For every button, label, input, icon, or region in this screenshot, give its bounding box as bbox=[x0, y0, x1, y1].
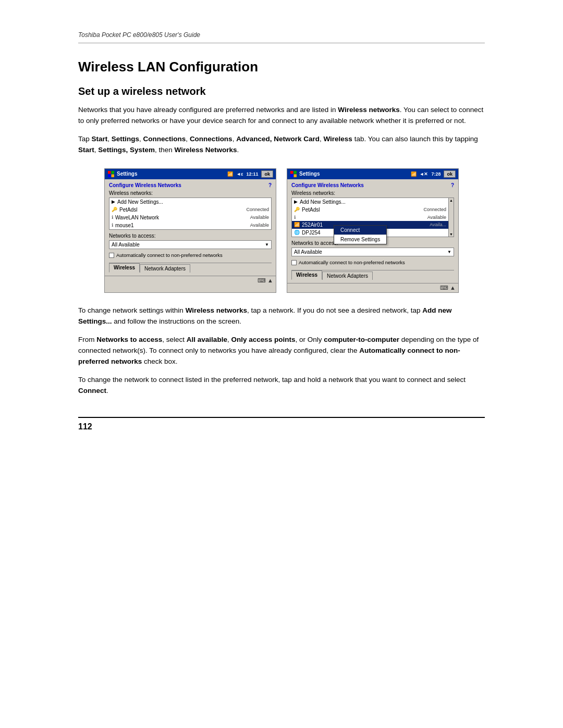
ss-right-scroll-down-icon: ▼ bbox=[449, 232, 453, 236]
ss-left-net-name-2: WaveLAN Network bbox=[115, 215, 248, 220]
ss-right-checkbox[interactable] bbox=[291, 260, 297, 265]
ss-left-add-icon: ▶ bbox=[112, 199, 115, 204]
ss-right-net-status-1: Connected bbox=[423, 207, 446, 212]
ss-right-listbox: ▲ ▼ ▶ Add New Settings... 🔑 PetAdsl bbox=[291, 198, 454, 237]
svg-rect-0 bbox=[108, 171, 111, 174]
svg-rect-7 bbox=[294, 174, 297, 177]
ss-left-tab-wireless[interactable]: Wireless bbox=[109, 263, 140, 273]
ss-right-info-icon-2: ℹ bbox=[294, 215, 296, 220]
ss-left-heading-text: Configure Wireless Networks bbox=[109, 182, 181, 188]
ss-left-titlebar-right: 📶 ◄ε 12:11 ok bbox=[227, 170, 273, 178]
ss-left-checkbox-row: Automatically connect to non-preferred n… bbox=[109, 252, 272, 258]
ss-left-listbox: ▶ Add New Settings... 🔑 PetAdsl Connecte… bbox=[109, 198, 272, 230]
ss-left-checkbox[interactable] bbox=[109, 253, 114, 258]
screenshot-right: Settings 📶 ◄✕ 7:28 ok Configure Wireless… bbox=[287, 168, 459, 293]
ss-right-tab-network-adapters[interactable]: Network Adapters bbox=[322, 272, 373, 280]
ss-right-checkbox-label: Automatically connect to non-preferred n… bbox=[299, 260, 405, 266]
ss-left-bottom-bar: ⌨ ▲ bbox=[105, 276, 276, 285]
header-text: Toshiba Pocket PC e800/e805 User's Guide bbox=[78, 31, 200, 39]
ss-left-signal-icon: 📶 bbox=[227, 171, 233, 177]
ss-left-list-item-2[interactable]: ℹ WaveLAN Network Available bbox=[109, 214, 271, 221]
ss-right-app-name: Settings bbox=[299, 171, 320, 177]
ss-left-app-name: Settings bbox=[117, 171, 137, 177]
ss-left-heading: Configure Wireless Networks ? bbox=[109, 182, 272, 188]
ss-right-time: 7:28 bbox=[431, 171, 440, 177]
svg-rect-5 bbox=[294, 171, 297, 174]
ss-right-help-icon[interactable]: ? bbox=[451, 182, 454, 188]
ss-right-scroll-up-icon: ▲ bbox=[449, 199, 453, 202]
paragraph-4: From Networks to access, select All avai… bbox=[78, 335, 485, 367]
ss-right-wireless-label: Wireless networks: bbox=[291, 190, 454, 196]
ss-left-tab-network-adapters[interactable]: Network Adapters bbox=[140, 264, 190, 273]
ss-left-list-item-1[interactable]: 🔑 PetAdsl Connected bbox=[109, 206, 271, 214]
ss-right-dropdown[interactable]: All Available ▼ bbox=[291, 248, 454, 256]
svg-rect-1 bbox=[112, 171, 115, 174]
ss-left-net-status-3: Available bbox=[250, 223, 269, 228]
paragraph-5: To change the network to connect listed … bbox=[78, 375, 485, 397]
ss-right-ok-button[interactable]: ok bbox=[444, 170, 456, 178]
ss-right-signal-icon: 📶 bbox=[411, 171, 417, 177]
chapter-title: Wireless LAN Configuration bbox=[78, 59, 485, 75]
ss-right-checkbox-row: Automatically connect to non-preferred n… bbox=[291, 260, 454, 266]
windows-logo-icon bbox=[107, 170, 115, 178]
ss-right-keyboard-icon[interactable]: ⌨ ▲ bbox=[440, 285, 456, 291]
ss-right-globe-icon-4: 🌐 bbox=[294, 230, 300, 235]
ss-left-list-item-3[interactable]: ℹ mouse1 Available bbox=[109, 221, 271, 229]
ss-right-list-item-2[interactable]: ℹ Available bbox=[292, 214, 448, 221]
ss-right-net-status-3: Availa... bbox=[430, 222, 446, 227]
paragraph-2: Tap Start, Settings, Connections, Connec… bbox=[78, 134, 485, 156]
page-footer: 112 bbox=[78, 417, 485, 431]
ss-left-networks-label: Networks to access: bbox=[109, 233, 272, 239]
ss-left-titlebar-left: Settings bbox=[107, 170, 137, 178]
page-number: 112 bbox=[78, 422, 92, 431]
ss-left-info-icon-3: ℹ bbox=[112, 223, 113, 228]
ss-left-dropdown[interactable]: All Available ▼ bbox=[109, 240, 272, 249]
ss-right-volume-icon: ◄✕ bbox=[420, 171, 429, 177]
ss-left-help-icon[interactable]: ? bbox=[268, 182, 272, 188]
ss-left-add-text: Add New Settings... bbox=[117, 199, 163, 205]
paragraph-1: Networks that you have already configure… bbox=[78, 105, 485, 127]
ss-left-titlebar: Settings 📶 ◄ε 12:11 ok bbox=[105, 169, 276, 179]
ss-left-wifi-icon-1: 🔑 bbox=[112, 207, 117, 212]
ss-left-net-status-2: Available bbox=[250, 215, 269, 220]
ss-right-dropdown-value: All Available bbox=[294, 249, 322, 255]
ss-right-tab-wireless[interactable]: Wireless bbox=[291, 270, 322, 280]
svg-rect-4 bbox=[290, 171, 293, 174]
ss-right-dropdown-arrow-icon: ▼ bbox=[447, 250, 451, 254]
ss-right-content: Configure Wireless Networks ? Wireless n… bbox=[287, 179, 458, 283]
ss-right-wifi-icon-3: 📶 bbox=[294, 222, 300, 227]
ss-left-tabs: Wireless Network Adapters bbox=[109, 263, 272, 273]
ss-right-net-status-2: Available bbox=[427, 215, 446, 220]
ss-right-add-icon: ▶ bbox=[294, 199, 298, 204]
ss-right-scrollbar[interactable]: ▲ ▼ bbox=[448, 198, 454, 237]
paragraph-3: To change network settings within Wirele… bbox=[78, 305, 485, 327]
ss-right-list-item-1[interactable]: 🔑 PetAdsl Connected bbox=[292, 206, 448, 214]
ss-left-wireless-label: Wireless networks: bbox=[109, 190, 272, 196]
ss-left-info-icon-2: ℹ bbox=[112, 215, 113, 220]
svg-rect-6 bbox=[290, 174, 293, 177]
svg-rect-2 bbox=[108, 174, 111, 177]
ss-left-list-add[interactable]: ▶ Add New Settings... bbox=[109, 198, 271, 206]
section-title: Set up a wireless network bbox=[78, 85, 485, 97]
ss-right-wifi-icon-1: 🔑 bbox=[294, 207, 300, 212]
ss-right-add-text: Add New Settings... bbox=[300, 199, 346, 205]
screenshot-left: Settings 📶 ◄ε 12:11 ok Configure Wireles… bbox=[104, 168, 276, 293]
ss-right-heading: Configure Wireless Networks ? bbox=[291, 182, 454, 188]
ss-left-ok-button[interactable]: ok bbox=[261, 170, 273, 178]
ss-right-heading-text: Configure Wireless Networks bbox=[291, 182, 364, 188]
ss-right-context-remove[interactable]: Remove Settings bbox=[334, 235, 386, 244]
svg-rect-3 bbox=[112, 174, 115, 177]
ss-left-keyboard-icon[interactable]: ⌨ ▲ bbox=[258, 277, 273, 284]
ss-right-list-add[interactable]: ▶ Add New Settings... bbox=[292, 198, 448, 206]
ss-right-titlebar-right: 📶 ◄✕ 7:28 ok bbox=[411, 170, 456, 178]
ss-right-titlebar: Settings 📶 ◄✕ 7:28 ok bbox=[287, 169, 458, 179]
page-header: Toshiba Pocket PC e800/e805 User's Guide bbox=[78, 31, 485, 43]
ss-right-context-connect[interactable]: Connect bbox=[334, 226, 386, 235]
ss-right-titlebar-left: Settings bbox=[290, 170, 320, 178]
ss-left-volume-icon: ◄ε bbox=[236, 171, 243, 177]
ss-right-bottom-bar: ⌨ ▲ bbox=[287, 283, 458, 292]
ss-left-net-name-3: mouse1 bbox=[115, 223, 248, 228]
ss-left-time: 12:11 bbox=[246, 171, 258, 177]
ss-right-tabs: Wireless Network Adapters bbox=[291, 270, 454, 280]
ss-left-net-name-1: PetAdsl bbox=[119, 207, 244, 213]
